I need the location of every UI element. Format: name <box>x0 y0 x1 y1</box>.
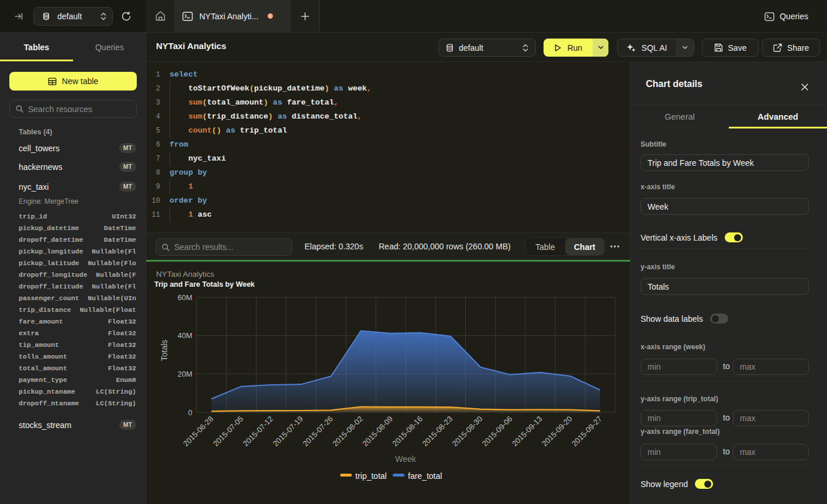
svg-text:2015-09-06: 2015-09-06 <box>480 415 514 449</box>
svg-text:2015-07-19: 2015-07-19 <box>271 415 305 449</box>
svg-text:40M: 40M <box>178 331 192 340</box>
svg-text:trip_total: trip_total <box>355 471 387 481</box>
svg-text:60M: 60M <box>178 293 192 302</box>
svg-text:2015-08-23: 2015-08-23 <box>420 415 454 449</box>
svg-text:20M: 20M <box>178 370 192 378</box>
svg-text:2015-07-05: 2015-07-05 <box>211 415 245 449</box>
svg-text:2015-08-02: 2015-08-02 <box>331 415 365 449</box>
svg-text:2015-09-27: 2015-09-27 <box>570 415 604 449</box>
svg-text:2015-08-09: 2015-08-09 <box>361 415 395 449</box>
svg-text:2015-09-20: 2015-09-20 <box>540 415 574 449</box>
svg-text:Totals: Totals <box>160 340 169 362</box>
svg-text:0: 0 <box>188 408 192 417</box>
svg-text:Week: Week <box>395 454 417 464</box>
svg-text:2015-09-13: 2015-09-13 <box>510 415 544 449</box>
svg-text:2015-08-30: 2015-08-30 <box>451 415 485 449</box>
svg-text:2015-06-28: 2015-06-28 <box>181 415 215 449</box>
svg-text:fare_total: fare_total <box>408 471 442 481</box>
svg-text:2015-07-12: 2015-07-12 <box>241 415 275 449</box>
svg-text:2015-07-26: 2015-07-26 <box>301 415 335 449</box>
svg-text:2015-08-16: 2015-08-16 <box>390 415 424 449</box>
